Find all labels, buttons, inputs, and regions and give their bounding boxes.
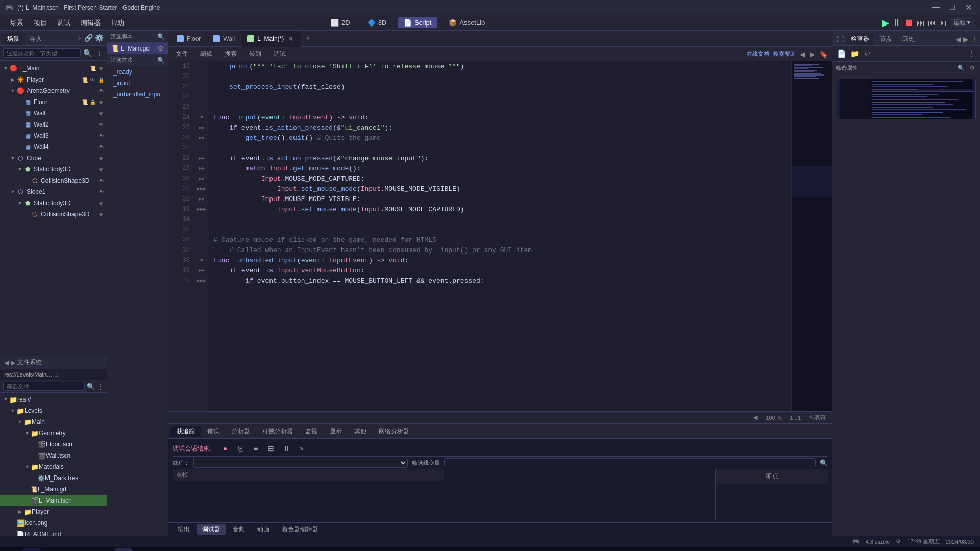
tab-visual-profiler[interactable]: 可视分析器	[256, 426, 299, 437]
slope1-eye[interactable]: 👁	[97, 188, 105, 195]
method-unhandled[interactable]: _unhandled_input	[107, 89, 168, 100]
col2-eye[interactable]: 👁	[97, 211, 105, 218]
debug-pause-btn[interactable]: ⏸	[281, 443, 292, 454]
chain-btn[interactable]: 🔗	[84, 34, 93, 44]
file-node-res[interactable]: ▼ 📁 res://	[0, 394, 107, 405]
lmain-tab-close[interactable]: ✕	[287, 35, 295, 43]
script-list-lmain-gd[interactable]: 📜 L_Main.gd ⚙	[107, 43, 168, 54]
minimize-btn[interactable]: —	[928, 3, 943, 12]
thread-select[interactable]	[193, 458, 408, 468]
var-search-btn[interactable]: 🔍	[820, 459, 828, 467]
output-tab-output[interactable]: 输出	[173, 524, 195, 535]
menu-scene[interactable]: 场景	[5, 16, 29, 30]
output-tab-shader[interactable]: 着色器编辑器	[277, 524, 324, 535]
minimap[interactable]	[791, 61, 832, 411]
tab-wall[interactable]: Wall	[207, 31, 241, 47]
menu-debug-menu[interactable]: 调试	[271, 48, 289, 59]
taskbar-files[interactable]: ▦	[41, 548, 59, 552]
play-btn[interactable]: ▶	[882, 17, 889, 29]
skip-btn[interactable]: ⏮	[928, 18, 936, 28]
taskbar-paint[interactable]: 🎨	[78, 548, 96, 552]
inspector-more[interactable]: ⋮	[971, 35, 978, 43]
file-options-btn[interactable]: ⋮	[97, 383, 104, 390]
fold-24[interactable]: ▼	[194, 112, 209, 122]
stop-btn[interactable]: ⏹	[904, 17, 914, 28]
menu-debug[interactable]: 调试	[52, 16, 76, 30]
file-node-levels[interactable]: ▼ 📁 Levels	[0, 405, 107, 416]
static2-eye[interactable]: 👁	[97, 199, 105, 207]
step-btn[interactable]: ⏭	[917, 18, 925, 28]
tree-node-static1[interactable]: ▼ ⬟ StaticBody3D 👁	[0, 164, 107, 175]
file-node-main[interactable]: ▼ 📁 Main	[0, 416, 107, 428]
taskbar-terminal[interactable]: 🖥️	[133, 548, 151, 552]
output-tab-audio[interactable]: 音频	[228, 524, 250, 535]
taskbar-settings[interactable]: ⚙️	[96, 548, 114, 552]
tab-display[interactable]: 显示	[324, 426, 348, 437]
expand-right-btn[interactable]: ⛶	[835, 33, 846, 45]
player-lock[interactable]: 🔒	[97, 76, 105, 83]
wall-eye[interactable]: 👁	[97, 110, 105, 117]
remote-label[interactable]: 远程▼	[950, 17, 975, 28]
inspector-history-btn[interactable]: ↩	[862, 48, 873, 59]
tree-node-floor[interactable]: ▦ Floor 📜 🔒 👁	[0, 96, 107, 108]
nav-fwd-btn[interactable]: ▶	[810, 50, 815, 58]
tree-node-cube[interactable]: ▼ ⬡ Cube 👁	[0, 153, 107, 164]
method-ready[interactable]: _ready	[107, 66, 168, 78]
output-tab-debugger[interactable]: 调试器	[197, 524, 226, 535]
tab-stacktrace[interactable]: 栈追踪	[170, 426, 201, 437]
file-node-lmain-tscn[interactable]: 🎬 L_Main.tscn	[0, 495, 107, 506]
player-eye[interactable]: 👁	[89, 76, 96, 83]
taskbar-search[interactable]: 🔍	[22, 548, 41, 552]
tree-node-wall3[interactable]: ▦ Wall3 👁	[0, 130, 107, 141]
filter-btn[interactable]: ⚙️	[95, 34, 104, 44]
file-filter-input[interactable]	[3, 382, 85, 391]
inspector-nav-next[interactable]: ▶	[963, 35, 969, 43]
tool-3d[interactable]: 🔷 3D	[361, 17, 393, 28]
nav-prev[interactable]: ◀	[4, 359, 9, 366]
wall3-eye[interactable]: 👁	[97, 132, 105, 139]
online-docs-btn[interactable]: 在线文档	[747, 50, 769, 58]
debug-list2-btn[interactable]: ⊟	[265, 443, 277, 454]
tree-node-col2[interactable]: ⬠ CollisionShape3D 👁	[0, 209, 107, 220]
prop-search-btn[interactable]: 🔍	[957, 63, 966, 72]
tab-other[interactable]: 其他	[348, 426, 373, 437]
scroll-left-btn[interactable]: ◀	[753, 414, 757, 421]
nav-back-btn[interactable]: ◀	[800, 50, 805, 58]
debug-record-btn[interactable]: ●	[219, 443, 231, 454]
tab-node[interactable]: 节点	[874, 33, 897, 45]
file-node-mdark[interactable]: ⚙️ M_Dark.tres	[0, 472, 107, 484]
tab-floor[interactable]: Floor	[170, 31, 207, 47]
inspector-new-btn[interactable]: 📄	[836, 48, 847, 59]
debug-list-btn[interactable]: ≡	[250, 443, 261, 454]
static1-eye[interactable]: 👁	[97, 166, 105, 173]
tree-node-col1[interactable]: ⬠ CollisionShape3D 👁	[0, 175, 107, 186]
tree-node-lmain[interactable]: ▼ 🔴 L_Main 📜 👁	[0, 63, 107, 74]
menu-editor[interactable]: 编辑器	[76, 16, 106, 30]
tree-node-arena[interactable]: ▼ 🔴 ArenaGeometry 👁	[0, 85, 107, 96]
tab-history[interactable]: 历史	[897, 33, 919, 45]
settings-icon[interactable]: ⚙	[896, 538, 901, 545]
search-help-btn[interactable]: 搜索帮助	[773, 50, 796, 58]
tab-lmain[interactable]: L_Main(*) ✕	[241, 31, 301, 47]
file-node-wall-tscn[interactable]: 🎬 Wall.tscn	[0, 450, 107, 461]
tree-node-slope1[interactable]: ▼ ⬡ Slope1 👁	[0, 186, 107, 197]
code-editor-body[interactable]: 19 20 21 22 23 24 25 26 27 28 29 30 31 3…	[168, 61, 832, 411]
methods-search[interactable]: 🔍	[157, 57, 165, 64]
arena-eye[interactable]: 👁	[97, 87, 105, 94]
debug-btn[interactable]: ⏯	[939, 18, 947, 28]
taskbar-bolt[interactable]: ⚡	[59, 548, 78, 552]
script-list-configure[interactable]: ⚙	[157, 44, 164, 53]
tree-node-player[interactable]: ▶ ✴️ Player 📜 👁 🔒	[0, 74, 107, 85]
scene-options-btn[interactable]: ⋮	[94, 48, 104, 58]
menu-goto[interactable]: 转到	[246, 48, 264, 59]
wall4-eye[interactable]: 👁	[97, 143, 105, 151]
tab-errors[interactable]: 错误	[201, 426, 226, 437]
floor-eye[interactable]: 👁	[97, 98, 105, 106]
menu-help[interactable]: 帮助	[106, 16, 129, 30]
close-btn[interactable]: ✕	[962, 3, 975, 12]
tree-node-wall4[interactable]: ▦ Wall4 👁	[0, 141, 107, 153]
menu-search[interactable]: 搜索	[222, 48, 240, 59]
maximize-btn[interactable]: □	[947, 3, 958, 12]
inspector-options-btn[interactable]: ⋮	[966, 48, 977, 59]
tab-import[interactable]: 导入	[24, 33, 47, 45]
